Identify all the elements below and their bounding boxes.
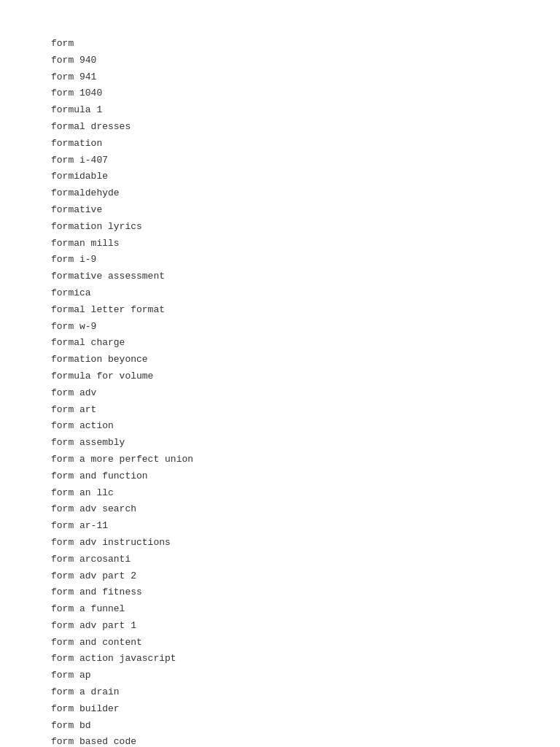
list-item[interactable]: form w-9	[51, 320, 509, 335]
list-item[interactable]: formal charge	[51, 336, 509, 351]
list-item[interactable]: formation beyonce	[51, 352, 509, 368]
list-item[interactable]: form adv	[51, 386, 509, 401]
list-item[interactable]: form adv part 2	[51, 569, 509, 584]
list-item[interactable]: form 1040	[51, 86, 509, 101]
list-item[interactable]: form a funnel	[51, 602, 509, 617]
list-item[interactable]: form art	[51, 403, 509, 418]
list-item[interactable]: formal letter format	[51, 303, 509, 318]
list-item[interactable]: formative	[51, 203, 509, 218]
list-item[interactable]: form 940	[51, 53, 509, 69]
list-item[interactable]: form and fitness	[51, 585, 509, 600]
list-item[interactable]: form ap	[51, 668, 509, 684]
list-item[interactable]: form arcosanti	[51, 552, 509, 568]
list-item[interactable]: formal dresses	[51, 120, 509, 135]
list-item[interactable]: formula for volume	[51, 369, 509, 384]
list-item[interactable]: forman mills	[51, 236, 509, 252]
list-item[interactable]: form i-9	[51, 252, 509, 268]
list-item[interactable]: form ar-11	[51, 519, 509, 534]
list-item[interactable]: formaldehyde	[51, 186, 509, 201]
list-item[interactable]: form adv search	[51, 502, 509, 517]
list-item[interactable]: form based code	[51, 735, 509, 747]
list-item[interactable]: form and function	[51, 469, 509, 484]
list-item[interactable]: form action	[51, 419, 509, 434]
list-item[interactable]: form assembly	[51, 436, 509, 451]
list-item[interactable]: form a more perfect union	[51, 452, 509, 468]
list-item[interactable]: form 941	[51, 70, 509, 85]
list-item[interactable]: formation	[51, 136, 509, 152]
list-item[interactable]: form and content	[51, 635, 509, 651]
list-item[interactable]: formative assessment	[51, 269, 509, 285]
list-item[interactable]: formidable	[51, 169, 509, 185]
list-item[interactable]: form	[51, 36, 509, 52]
list-item[interactable]: formation lyrics	[51, 220, 509, 235]
list-item[interactable]: form bd	[51, 719, 509, 734]
list-item[interactable]: form action javascript	[51, 651, 509, 667]
list-item[interactable]: formula 1	[51, 103, 509, 118]
list-item[interactable]: form builder	[51, 702, 509, 717]
list-item[interactable]: formica	[51, 286, 509, 301]
list-item[interactable]: form a drain	[51, 685, 509, 700]
list-item[interactable]: form an llc	[51, 486, 509, 501]
list-item[interactable]: form adv instructions	[51, 535, 509, 551]
list-item[interactable]: form adv part 1	[51, 619, 509, 634]
search-results-list: formform 940form 941form 1040formula 1fo…	[51, 36, 509, 747]
list-item[interactable]: form i-407	[51, 153, 509, 169]
